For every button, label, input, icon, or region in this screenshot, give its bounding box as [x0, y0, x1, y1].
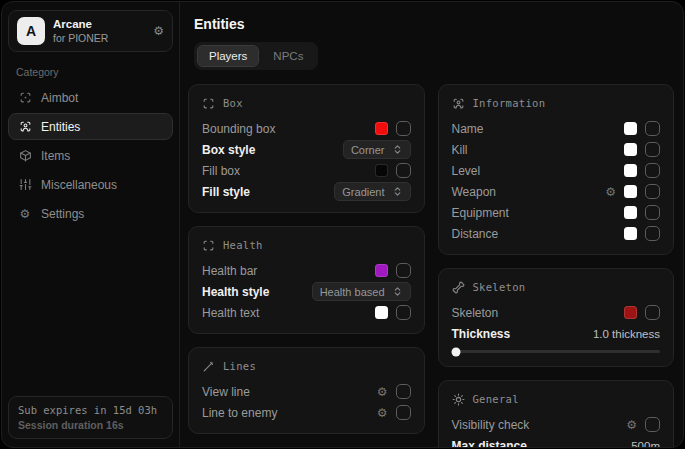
card-title: Box — [223, 97, 243, 109]
setting-label: Box style — [202, 143, 255, 157]
setting-row-equipment: Equipment — [452, 202, 661, 223]
color-swatch[interactable] — [375, 122, 388, 135]
setting-label: Kill — [452, 143, 468, 157]
card-information: InformationNameKillLevelWeapon⚙Equipment… — [438, 84, 675, 255]
setting-row-view-line: View line⚙ — [202, 381, 411, 402]
crosshair-icon — [18, 91, 32, 105]
sun-icon — [452, 393, 465, 406]
category-label: Category — [16, 66, 165, 78]
select-box-style[interactable]: Corner — [343, 140, 411, 159]
checkbox[interactable] — [645, 205, 660, 220]
checkbox[interactable] — [645, 417, 660, 432]
card-title: Lines — [223, 360, 256, 372]
person-scan-icon — [452, 97, 465, 110]
color-swatch[interactable] — [624, 206, 637, 219]
unfold-icon — [392, 286, 403, 297]
scan-icon — [202, 97, 215, 110]
checkbox[interactable] — [645, 184, 660, 199]
sidebar: A Arcane for PIONER ⚙ Category AimbotEnt… — [2, 2, 180, 447]
cube-icon — [18, 149, 32, 163]
select-fill-style[interactable]: Gradient — [334, 182, 410, 201]
color-swatch[interactable] — [624, 185, 637, 198]
unfold-icon — [392, 186, 403, 197]
setting-row-line-to-enemy: Line to enemy⚙ — [202, 402, 411, 423]
setting-row-health-bar: Health bar — [202, 260, 411, 281]
gear-icon: ⚙ — [18, 207, 32, 221]
setting-label: Distance — [452, 227, 499, 241]
setting-row-health-style: Health styleHealth based — [202, 281, 411, 302]
gear-icon[interactable]: ⚙ — [153, 25, 164, 37]
setting-row-visibility-check: Visibility check⚙ — [452, 414, 661, 435]
tab-npcs[interactable]: NPCs — [261, 45, 315, 67]
color-swatch[interactable] — [375, 306, 388, 319]
setting-row-fill-box: Fill box — [202, 160, 411, 181]
color-swatch[interactable] — [624, 306, 637, 319]
sidebar-item-settings[interactable]: ⚙Settings — [8, 200, 173, 227]
setting-row-skeleton: Skeleton — [452, 302, 661, 323]
setting-row-health-text: Health text — [202, 302, 411, 323]
setting-row-weapon: Weapon⚙ — [452, 181, 661, 202]
select-value: Health based — [320, 286, 385, 298]
card-header: Lines — [202, 357, 411, 375]
sidebar-item-label: Aimbot — [41, 91, 78, 105]
checkbox[interactable] — [396, 121, 411, 136]
checkbox[interactable] — [396, 263, 411, 278]
checkbox[interactable] — [396, 163, 411, 178]
checkbox[interactable] — [645, 163, 660, 178]
checkbox[interactable] — [396, 405, 411, 420]
column-left: BoxBounding boxBox styleCornerFill boxFi… — [188, 84, 425, 447]
gear-icon[interactable]: ⚙ — [377, 407, 388, 419]
color-swatch[interactable] — [624, 164, 637, 177]
setting-row-thickness: Thickness1.0 thickness — [452, 324, 661, 353]
sidebar-item-aimbot[interactable]: Aimbot — [8, 84, 173, 111]
checkbox[interactable] — [645, 305, 660, 320]
color-swatch[interactable] — [624, 143, 637, 156]
sidebar-item-miscellaneous[interactable]: Miscellaneous — [8, 171, 173, 198]
checkbox[interactable] — [396, 305, 411, 320]
brand-card: A Arcane for PIONER ⚙ — [8, 10, 173, 52]
slider-thumb[interactable] — [451, 347, 460, 356]
select-value: Gradient — [342, 186, 384, 198]
color-swatch[interactable] — [624, 227, 637, 240]
card-lines: LinesView line⚙Line to enemy⚙ — [188, 347, 425, 434]
setting-label: Bounding box — [202, 122, 275, 136]
column-right: InformationNameKillLevelWeapon⚙Equipment… — [438, 84, 675, 447]
color-swatch[interactable] — [624, 122, 637, 135]
setting-label: Equipment — [452, 206, 509, 220]
card-title: Health — [223, 239, 263, 251]
card-header: Skeleton — [452, 278, 661, 296]
color-swatch[interactable] — [375, 264, 388, 277]
card-header: Health — [202, 236, 411, 254]
setting-label: Visibility check — [452, 418, 530, 432]
card-skeleton: SkeletonSkeletonThickness1.0 thickness — [438, 268, 675, 367]
setting-row-fill-style: Fill styleGradient — [202, 181, 411, 202]
card-title: General — [473, 393, 519, 405]
subscription-info: Sub expires in 15d 03h Session duration … — [8, 396, 173, 439]
page-title: Entities — [194, 16, 674, 32]
gear-icon[interactable]: ⚙ — [626, 419, 637, 431]
setting-label: Health text — [202, 306, 259, 320]
setting-label: Health bar — [202, 264, 257, 278]
gear-icon[interactable]: ⚙ — [377, 386, 388, 398]
color-swatch[interactable] — [375, 164, 388, 177]
sidebar-item-label: Items — [41, 149, 70, 163]
checkbox[interactable] — [645, 226, 660, 241]
sidebar-item-entities[interactable]: Entities — [8, 113, 173, 140]
setting-row-name: Name — [452, 118, 661, 139]
checkbox[interactable] — [645, 121, 660, 136]
person-scan-icon — [18, 120, 32, 134]
checkbox[interactable] — [396, 384, 411, 399]
sliders-icon — [18, 178, 32, 192]
setting-label: Fill box — [202, 164, 240, 178]
brand-logo: A — [17, 17, 45, 45]
select-health-style[interactable]: Health based — [312, 282, 411, 301]
sidebar-item-items[interactable]: Items — [8, 142, 173, 169]
sidebar-item-label: Settings — [41, 207, 84, 221]
gear-icon[interactable]: ⚙ — [605, 186, 616, 198]
slider[interactable] — [452, 350, 661, 353]
setting-row-max-distance: Max distance500m — [452, 436, 661, 447]
tab-players[interactable]: Players — [197, 45, 259, 67]
setting-row-distance: Distance — [452, 223, 661, 244]
sidebar-nav: AimbotEntitiesItemsMiscellaneous⚙Setting… — [8, 84, 173, 227]
checkbox[interactable] — [645, 142, 660, 157]
